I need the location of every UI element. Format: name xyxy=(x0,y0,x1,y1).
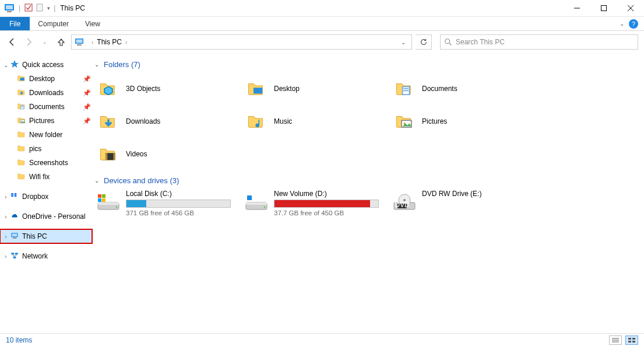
group-header-folders[interactable]: ⌄ Folders (7) xyxy=(94,60,638,69)
desktop-icon xyxy=(16,74,27,85)
search-box[interactable] xyxy=(440,34,638,50)
navigation-toolbar: ⌄ › This PC › ⌄ xyxy=(0,31,644,53)
back-button[interactable] xyxy=(6,36,19,48)
drive-icon xyxy=(242,190,270,215)
folder-item[interactable]: Videos xyxy=(94,138,242,170)
folder-icon xyxy=(16,158,27,169)
separator: | xyxy=(17,4,22,12)
svg-rect-44 xyxy=(246,202,267,205)
expand-icon[interactable]: › xyxy=(2,194,9,200)
sidebar-item[interactable]: Screenshots xyxy=(0,156,92,170)
app-icon xyxy=(3,2,15,14)
pin-icon: 📌 xyxy=(83,75,92,83)
group-label: Folders (7) xyxy=(104,60,140,69)
collapse-icon[interactable]: ⌄ xyxy=(2,62,9,68)
svg-rect-34 xyxy=(105,153,107,160)
svg-rect-40 xyxy=(102,194,105,198)
forward-button[interactable] xyxy=(22,36,35,48)
search-input[interactable] xyxy=(456,38,634,46)
sidebar-item[interactable]: Wifi fix xyxy=(0,170,92,184)
svg-rect-22 xyxy=(12,233,17,236)
refresh-button[interactable] xyxy=(416,34,432,50)
sidebar-item-label: Documents xyxy=(29,103,83,111)
expand-icon[interactable]: › xyxy=(2,214,9,220)
navigation-pane: ⌄ Quick access Desktop📌Downloads📌Documen… xyxy=(0,53,92,333)
drive-icon: DVD xyxy=(390,190,418,215)
network-icon xyxy=(9,251,20,262)
svg-rect-24 xyxy=(11,253,14,254)
folder-item[interactable]: Music xyxy=(242,105,390,138)
recent-locations-icon[interactable]: ⌄ xyxy=(38,36,51,48)
address-bar[interactable]: › This PC › ⌄ xyxy=(71,34,412,50)
qat-newfolder-icon[interactable] xyxy=(36,3,45,14)
svg-rect-3 xyxy=(25,4,32,11)
folder-label: Documents xyxy=(422,85,458,93)
expand-icon[interactable]: › xyxy=(2,253,9,260)
sidebar-item-onedrive[interactable]: ›OneDrive - Personal xyxy=(0,209,92,223)
drive-label: Local Disk (C:) xyxy=(126,190,231,198)
downloads-icon xyxy=(16,88,27,99)
minimize-button[interactable] xyxy=(564,0,590,17)
folder-item[interactable]: Pictures xyxy=(390,105,539,138)
chevron-right-icon[interactable]: › xyxy=(122,39,131,46)
sidebar-quick-access[interactable]: ⌄ Quick access xyxy=(0,58,92,72)
view-details-button[interactable] xyxy=(609,335,622,345)
view-large-button[interactable] xyxy=(625,335,638,345)
onedrive-icon xyxy=(9,211,20,222)
ribbon-collapse-icon[interactable]: ⌄ xyxy=(620,20,624,27)
sidebar-item[interactable]: Documents📌 xyxy=(0,100,92,114)
tab-computer[interactable]: Computer xyxy=(30,17,77,30)
svg-rect-11 xyxy=(77,44,82,46)
svg-rect-2 xyxy=(7,11,12,12)
maximize-button[interactable] xyxy=(590,0,617,17)
sidebar-item-dropbox[interactable]: ›Dropbox xyxy=(0,190,92,204)
sidebar-item-label: Dropbox xyxy=(22,193,92,201)
collapse-icon[interactable]: ⌄ xyxy=(94,61,104,68)
group-header-drives[interactable]: ⌄ Devices and drives (3) xyxy=(94,176,638,185)
drive-item[interactable]: DVDDVD RW Drive (E:) xyxy=(390,188,539,218)
folder-item[interactable]: Documents xyxy=(390,72,539,105)
expand-icon[interactable]: › xyxy=(2,233,9,240)
folder-item[interactable]: Downloads xyxy=(94,105,242,138)
title-bar: | ▾ | This PC xyxy=(0,0,644,17)
sidebar-item[interactable]: Pictures📌 xyxy=(0,114,92,128)
help-icon[interactable]: ? xyxy=(629,19,638,29)
content-pane: ⌄ Folders (7) 3D ObjectsDesktopDocuments… xyxy=(92,53,644,333)
drive-item[interactable]: New Volume (D:)37.7 GB free of 450 GB xyxy=(242,188,390,218)
breadcrumb[interactable]: This PC xyxy=(97,38,122,46)
close-button[interactable] xyxy=(617,0,644,17)
chevron-right-icon[interactable]: › xyxy=(88,39,97,46)
qat-properties-icon[interactable] xyxy=(24,3,33,14)
qat-dropdown-icon[interactable]: ▾ xyxy=(47,5,50,11)
thispc-icon xyxy=(9,231,20,242)
window-title: This PC xyxy=(60,4,85,12)
folder-item[interactable]: 3D Objects xyxy=(94,72,242,105)
folder-item[interactable]: Desktop xyxy=(242,72,390,105)
drive-item[interactable]: Local Disk (C:)371 GB free of 456 GB xyxy=(94,188,242,218)
pin-icon: 📌 xyxy=(83,103,92,111)
sidebar-item[interactable]: Desktop📌 xyxy=(0,72,92,86)
thispc-icon xyxy=(74,37,85,47)
sidebar-item-network[interactable]: ›Network xyxy=(0,249,92,263)
address-dropdown-icon[interactable]: ⌄ xyxy=(397,39,409,46)
svg-point-38 xyxy=(116,207,118,208)
sidebar-item[interactable]: pics xyxy=(0,142,92,156)
up-button[interactable] xyxy=(55,36,68,48)
folder-icon xyxy=(16,172,27,183)
sidebar-item-thispc[interactable]: ›This PC xyxy=(0,229,92,243)
svg-line-13 xyxy=(449,43,452,46)
folder-label: Desktop xyxy=(274,85,300,93)
svg-rect-35 xyxy=(114,153,115,160)
file-tab[interactable]: File xyxy=(0,17,30,30)
collapse-icon[interactable]: ⌄ xyxy=(94,177,104,184)
sidebar-item-label: Screenshots xyxy=(29,159,92,167)
sidebar-item[interactable]: New folder xyxy=(0,128,92,142)
folder-label: Music xyxy=(274,117,292,125)
tab-view[interactable]: View xyxy=(77,17,108,30)
sidebar-item[interactable]: Downloads📌 xyxy=(0,86,92,100)
svg-rect-46 xyxy=(247,195,252,200)
downloads-icon xyxy=(94,110,122,133)
folder-label: Videos xyxy=(126,150,147,158)
sidebar-item-label: Wifi fix xyxy=(29,173,92,181)
svg-rect-10 xyxy=(76,40,83,43)
